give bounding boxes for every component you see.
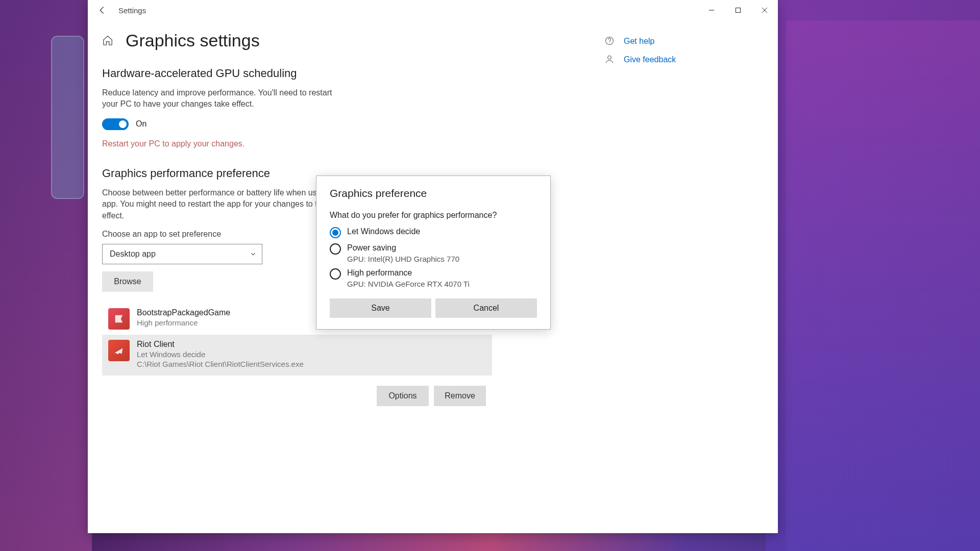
app-path: C:\Riot Games\Riot Client\RiotClientServ… (137, 360, 486, 368)
arrow-left-icon (97, 6, 107, 15)
dialog-buttons: Save Cancel (330, 298, 537, 318)
maximize-icon (735, 7, 741, 13)
bg-panel-decor (51, 36, 84, 199)
dialog-question: What do you prefer for graphics performa… (330, 211, 537, 220)
app-info: Riot Client Let Windows decide C:\Riot G… (137, 340, 486, 368)
radio-label: High performance (347, 268, 470, 278)
app-actions: Options Remove (102, 386, 492, 406)
close-button[interactable] (751, 0, 778, 20)
app-pref: Let Windows decide (137, 350, 486, 359)
give-feedback-link[interactable]: Give feedback (604, 54, 717, 65)
back-button[interactable] (94, 2, 110, 18)
app-type-dropdown[interactable]: Desktop app (102, 244, 262, 264)
svg-point-4 (608, 56, 611, 59)
minimize-button[interactable] (698, 0, 725, 20)
radio-indicator (330, 268, 341, 280)
settings-window: Settings Graphics settings Hardware-acce… (88, 0, 778, 533)
feedback-icon (604, 54, 616, 65)
give-feedback-label: Give feedback (624, 55, 676, 64)
window-controls (698, 0, 778, 20)
restart-note: Restart your PC to apply your changes. (102, 139, 492, 148)
help-icon (604, 36, 616, 47)
get-help-label: Get help (624, 37, 654, 46)
chevron-down-icon (250, 251, 257, 258)
radio-group: Let Windows decide Power saving GPU: Int… (330, 227, 537, 288)
bg-panel-decor (786, 20, 980, 551)
radio-let-windows-decide[interactable]: Let Windows decide (330, 227, 537, 238)
radio-indicator (330, 243, 341, 255)
remove-button[interactable]: Remove (434, 386, 486, 406)
radio-indicator (330, 227, 341, 238)
get-help-link[interactable]: Get help (604, 36, 717, 47)
dialog-title: Graphics preference (330, 187, 537, 199)
radio-power-saving[interactable]: Power saving GPU: Intel(R) UHD Graphics … (330, 243, 537, 263)
app-name: Riot Client (137, 340, 486, 349)
home-icon[interactable] (102, 35, 114, 47)
radio-high-performance[interactable]: High performance GPU: NVIDIA GeForce RTX… (330, 268, 537, 288)
save-button[interactable]: Save (330, 298, 431, 318)
app-icon (108, 308, 130, 330)
options-button[interactable]: Options (377, 386, 429, 406)
perf-pref-description: Choose between better performance or bat… (102, 187, 347, 221)
app-list-item[interactable]: Riot Client Let Windows decide C:\Riot G… (102, 335, 492, 375)
radio-label: Let Windows decide (347, 227, 420, 236)
svg-point-3 (609, 43, 609, 43)
maximize-button[interactable] (725, 0, 751, 20)
page-header: Graphics settings (102, 31, 492, 51)
svg-rect-1 (736, 8, 741, 13)
close-icon (762, 7, 768, 13)
radio-sublabel: GPU: Intel(R) UHD Graphics 770 (347, 255, 459, 263)
radio-sublabel: GPU: NVIDIA GeForce RTX 4070 Ti (347, 280, 470, 288)
cancel-button[interactable]: Cancel (435, 298, 537, 318)
titlebar: Settings (88, 0, 778, 20)
browse-button[interactable]: Browse (102, 271, 153, 292)
minimize-icon (708, 7, 715, 13)
gpu-scheduling-toggle-row: On (102, 118, 492, 130)
radio-label: Power saving (347, 243, 459, 253)
toggle-state-label: On (136, 119, 146, 129)
dropdown-value: Desktop app (110, 249, 156, 259)
gpu-scheduling-heading: Hardware-accelerated GPU scheduling (102, 67, 492, 80)
gpu-scheduling-description: Reduce latency and improve performance. … (102, 87, 347, 110)
app-icon (108, 340, 130, 361)
graphics-preference-dialog: Graphics preference What do you prefer f… (316, 176, 551, 330)
gpu-scheduling-toggle[interactable] (102, 118, 129, 130)
help-sidebar: Get help Give feedback (604, 36, 717, 72)
window-title: Settings (118, 6, 146, 15)
page-title: Graphics settings (126, 31, 260, 51)
